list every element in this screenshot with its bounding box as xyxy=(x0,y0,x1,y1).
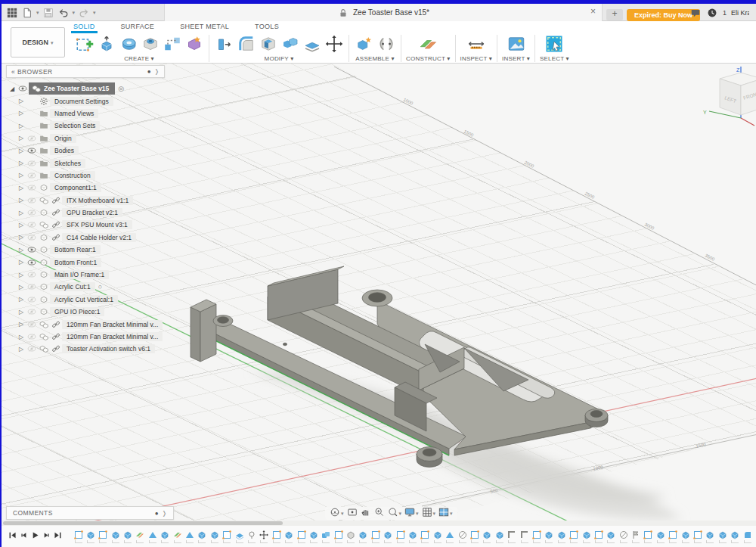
app-grid-icon[interactable] xyxy=(6,7,18,19)
step-forward-button[interactable] xyxy=(42,530,51,543)
timeline-feature-extrude[interactable] xyxy=(408,530,418,543)
move-button[interactable] xyxy=(324,34,344,54)
expander-icon[interactable]: ▷ xyxy=(17,172,26,179)
timeline-feature-extrude[interactable] xyxy=(717,530,727,543)
expander-icon[interactable]: ▷ xyxy=(17,210,26,216)
panel-grip-icon[interactable]: ❭ xyxy=(154,68,160,75)
browser-item-bottom-rear-1[interactable]: ▷Bottom Rear:1 xyxy=(6,244,181,256)
timeline-feature-sketch[interactable] xyxy=(333,530,343,543)
timeline-feature-sketch[interactable] xyxy=(73,530,83,543)
create-sketch-button[interactable] xyxy=(74,34,94,54)
pan-tool[interactable] xyxy=(361,507,371,521)
eye-off-icon[interactable] xyxy=(26,270,38,279)
timeline-feature-corner[interactable] xyxy=(507,530,517,543)
timeline-feature-sketch[interactable] xyxy=(296,530,306,543)
panel-dot-icon[interactable]: ● xyxy=(147,68,151,75)
skip-start-button[interactable] xyxy=(8,530,17,543)
browser-item-acrylic-cut-1[interactable]: ▷Acrylic Cut:1○ xyxy=(6,281,181,293)
construct-plane-button[interactable] xyxy=(418,34,438,54)
eye-on-icon[interactable] xyxy=(26,245,38,254)
file-new-icon[interactable] xyxy=(21,7,33,19)
expander-icon[interactable]: ▷ xyxy=(17,284,26,291)
eye-off-icon[interactable] xyxy=(26,159,38,168)
ground-to-parent-icon[interactable]: ◎ xyxy=(118,85,124,92)
eye-off-icon[interactable] xyxy=(26,183,38,192)
timeline-feature-sketch[interactable] xyxy=(370,530,380,543)
timeline-feature-sketch[interactable] xyxy=(668,530,678,543)
expander-icon[interactable]: ▷ xyxy=(17,197,26,204)
browser-item-document-settings[interactable]: ▷Document Settings xyxy=(6,95,181,107)
eye-off-icon[interactable] xyxy=(26,196,38,205)
look-at-tool[interactable] xyxy=(347,507,358,521)
timeline-feature-extrude[interactable] xyxy=(705,530,715,543)
revolve-button[interactable] xyxy=(118,34,138,54)
browser-item-120mm-fan-bracket-minimal-v[interactable]: ▷120mm Fan Bracket Minimal v... xyxy=(6,331,181,343)
redo-icon[interactable] xyxy=(78,7,90,19)
eye-off-icon[interactable] xyxy=(26,332,38,341)
document-tab[interactable]: Zee Toaster Base v15* × xyxy=(164,4,603,21)
timeline-feature-combine[interactable] xyxy=(321,530,331,543)
browser-item-toaster-activation-switch-v6-1[interactable]: ▷Toaster Activation switch v6:1 xyxy=(6,343,181,355)
expander-icon[interactable]: ▷ xyxy=(17,160,26,166)
new-tab-button[interactable]: + xyxy=(606,9,623,20)
browser-item-bodies[interactable]: ▷Bodies xyxy=(6,145,181,157)
display-settings-tool[interactable]: ▾ xyxy=(404,507,419,521)
timeline-feature-extrude[interactable] xyxy=(160,530,170,543)
timeline-feature-sketch[interactable] xyxy=(395,530,405,543)
timeline-feature-pin[interactable] xyxy=(246,530,256,543)
browser-item-sketches[interactable]: ▷Sketches xyxy=(6,157,181,169)
timeline-feature-extrude[interactable] xyxy=(680,530,690,543)
timeline-feature-extrude[interactable] xyxy=(358,530,368,543)
timeline-feature-sketch[interactable] xyxy=(420,530,430,543)
grid-settings-tool[interactable]: ▾ xyxy=(422,507,436,521)
expander-icon[interactable]: ▷ xyxy=(17,259,26,266)
browser-item-main-i-o-frame-1[interactable]: ▷Main I/O Frame:1 xyxy=(6,269,181,281)
comments-dot-icon[interactable]: ● xyxy=(155,510,159,517)
expander-icon[interactable]: ▷ xyxy=(17,321,26,328)
eye-off-icon[interactable] xyxy=(26,171,38,180)
timeline-feature-loft[interactable] xyxy=(445,530,455,543)
expander-icon[interactable]: ▷ xyxy=(17,110,26,117)
timeline-feature-loft[interactable] xyxy=(185,530,195,543)
create-form-button[interactable] xyxy=(184,34,204,54)
browser-item-selection-sets[interactable]: ▷Selection Sets xyxy=(6,120,181,132)
expander-icon[interactable]: ▷ xyxy=(17,247,26,253)
timeline-feature-extrude[interactable] xyxy=(482,530,492,543)
orbit-tool[interactable]: ▾ xyxy=(330,507,344,521)
user-name[interactable]: Eli Krantz xyxy=(731,9,749,17)
tab-solid[interactable]: SOLID xyxy=(71,23,98,33)
close-tab-icon[interactable]: × xyxy=(590,6,596,17)
browser-item-acrylic-cut-vertical-1[interactable]: ▷Acrylic Cut Vertical:1 xyxy=(6,294,181,306)
browser-item-origin[interactable]: ▷Origin xyxy=(6,132,181,145)
expander-icon[interactable]: ▷ xyxy=(17,222,26,228)
collapse-left-icon[interactable]: « xyxy=(11,68,15,76)
timeline-feature-extrude[interactable] xyxy=(197,530,207,543)
tab-surface[interactable]: SURFACE xyxy=(119,23,157,33)
timeline-feature-construction-plane[interactable] xyxy=(172,530,182,543)
joint-button[interactable] xyxy=(376,34,396,54)
fit-tool[interactable]: ▾ xyxy=(388,507,402,521)
timeline-feature-sketch-circle[interactable] xyxy=(457,530,467,543)
group-label[interactable]: ASSEMBLE ▾ xyxy=(355,55,394,62)
tab-tools[interactable]: TOOLS xyxy=(253,23,281,33)
eye-on-icon[interactable] xyxy=(26,258,38,267)
group-label[interactable]: MODIFY ▾ xyxy=(265,55,294,62)
browser-item-120mm-fan-bracket-minimal-v[interactable]: ▷120mm Fan Bracket Minimal v... xyxy=(6,318,181,330)
expander-icon[interactable]: ▷ xyxy=(17,334,26,340)
timeline-feature-extrude[interactable] xyxy=(581,530,591,543)
browser-item-gpu-bracket-v2-1[interactable]: ▷GPU Bracket v2:1 xyxy=(6,207,181,219)
timeline-feature-extrude[interactable] xyxy=(544,530,554,543)
browser-item-sfx-psu-mount-v3-1[interactable]: ▷SFX PSU Mount v3:1 xyxy=(6,219,181,231)
timeline-feature-extrude[interactable] xyxy=(85,530,95,543)
shell-button[interactable] xyxy=(258,34,278,54)
expander-icon[interactable]: ◢ xyxy=(8,85,17,92)
timeline-feature-sketch[interactable] xyxy=(271,530,281,543)
group-label[interactable]: SELECT ▾ xyxy=(540,55,569,62)
expander-icon[interactable]: ▷ xyxy=(17,346,26,353)
timeline-feature-extrude[interactable] xyxy=(556,530,566,543)
timeline-feature-corner[interactable] xyxy=(519,530,529,543)
timeline-feature-extrude[interactable] xyxy=(308,530,318,543)
rectangular-pattern-button[interactable] xyxy=(162,34,182,54)
step-back-button[interactable] xyxy=(19,530,29,543)
browser-panel-header[interactable]: « BROWSER ● ❭ xyxy=(6,65,165,78)
